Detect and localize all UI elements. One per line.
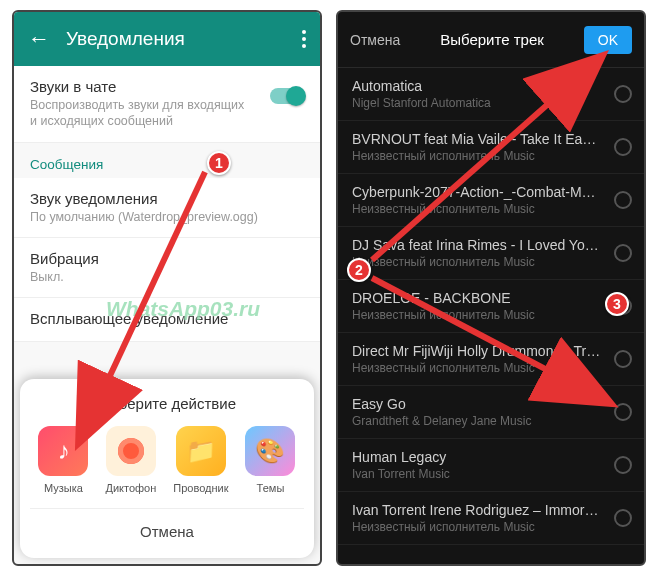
- ok-button[interactable]: OK: [584, 26, 632, 54]
- setting-chat-sounds[interactable]: Звуки в чате Воспроизводить звуки для вх…: [14, 66, 320, 143]
- track-title: Ivan Torrent Irene Rodriguez – Immortal…: [352, 502, 630, 518]
- radio-icon[interactable]: [614, 403, 632, 421]
- track-artist: Неизвестный исполнитель Music: [352, 361, 630, 375]
- back-icon[interactable]: ←: [28, 26, 48, 52]
- sheet-cancel-button[interactable]: Отмена: [30, 508, 304, 548]
- app-music[interactable]: ♪ Музыка: [38, 426, 88, 494]
- radio-icon[interactable]: [614, 138, 632, 156]
- track-artist: Неизвестный исполнитель Music: [352, 149, 630, 163]
- track-artist: Неизвестный исполнитель Music: [352, 202, 630, 216]
- setting-notification-sound[interactable]: Звук уведомления По умолчанию (Waterdrop…: [14, 178, 320, 238]
- track-artist: Grandtheft & Delaney Jane Music: [352, 414, 630, 428]
- app-label: Темы: [257, 482, 285, 494]
- track-row[interactable]: BVRNOUT feat Mia Vaile - Take It Eas…Неи…: [338, 121, 644, 174]
- track-artist: Неизвестный исполнитель Music: [352, 308, 630, 322]
- app-files[interactable]: 📁 Проводник: [173, 426, 228, 494]
- track-artist: Nigel Stanford Automatica: [352, 96, 630, 110]
- phone-settings: ← Уведомления Звуки в чате Воспроизводит…: [12, 10, 322, 566]
- setting-title: Звуки в чате: [30, 78, 304, 95]
- track-artist: Неизвестный исполнитель Music: [352, 255, 630, 269]
- annotation-badge-1: 1: [207, 151, 231, 175]
- track-row[interactable]: Human LegacyIvan Torrent Music: [338, 439, 644, 492]
- setting-title: Вибрация: [30, 250, 304, 267]
- action-sheet: Выберите действие ♪ Музыка Диктофон 📁 Пр…: [20, 379, 314, 558]
- track-artist: Неизвестный исполнитель Music: [352, 520, 630, 534]
- track-title: Direct Mr FijiWiji Holly Drummond - Trus…: [352, 343, 630, 359]
- app-row: ♪ Музыка Диктофон 📁 Проводник 🎨 Темы: [30, 426, 304, 494]
- track-row[interactable]: Cyberpunk-2077-Action-_-Combat-Musi…Неиз…: [338, 174, 644, 227]
- track-title: Human Legacy: [352, 449, 630, 465]
- radio-icon[interactable]: [614, 244, 632, 262]
- page-title: Уведомления: [66, 28, 284, 50]
- app-themes[interactable]: 🎨 Темы: [245, 426, 295, 494]
- annotation-badge-3: 3: [605, 292, 629, 316]
- annotation-badge-2: 2: [347, 258, 371, 282]
- app-label: Музыка: [44, 482, 83, 494]
- track-list: AutomaticaNigel Stanford AutomaticaBVRNO…: [338, 68, 644, 545]
- themes-icon: 🎨: [245, 426, 295, 476]
- app-label: Проводник: [173, 482, 228, 494]
- setting-vibration[interactable]: Вибрация Выкл.: [14, 238, 320, 298]
- cancel-button[interactable]: Отмена: [350, 32, 400, 48]
- setting-value: Выкл.: [30, 269, 304, 285]
- track-title: DROELOE - BACKBONE: [352, 290, 630, 306]
- app-label: Диктофон: [105, 482, 156, 494]
- setting-value: По умолчанию (Waterdrop_preview.ogg): [30, 209, 304, 225]
- music-icon: ♪: [38, 426, 88, 476]
- radio-icon[interactable]: [614, 85, 632, 103]
- track-title: DJ Sava feat Irina Rimes - I Loved You f…: [352, 237, 630, 253]
- setting-popup[interactable]: Всплывающее уведомление: [14, 298, 320, 342]
- track-title: Cyberpunk-2077-Action-_-Combat-Musi…: [352, 184, 630, 200]
- picker-title: Выберите трек: [440, 31, 544, 48]
- setting-title: Звук уведомления: [30, 190, 304, 207]
- radio-icon[interactable]: [614, 456, 632, 474]
- radio-icon[interactable]: [614, 350, 632, 368]
- track-row[interactable]: AutomaticaNigel Stanford Automatica: [338, 68, 644, 121]
- track-row[interactable]: Direct Mr FijiWiji Holly Drummond - Trus…: [338, 333, 644, 386]
- track-title: Easy Go: [352, 396, 630, 412]
- app-bar: ← Уведомления: [14, 12, 320, 66]
- recorder-icon: [106, 426, 156, 476]
- folder-icon: 📁: [176, 426, 226, 476]
- track-row[interactable]: Ivan Torrent Irene Rodriguez – Immortal……: [338, 492, 644, 545]
- track-title: BVRNOUT feat Mia Vaile - Take It Eas…: [352, 131, 630, 147]
- setting-subtitle: Воспроизводить звуки для входящих и исхо…: [30, 97, 304, 130]
- track-row[interactable]: DROELOE - BACKBONEНеизвестный исполнител…: [338, 280, 644, 333]
- phone-track-picker: Отмена Выберите трек OK AutomaticaNigel …: [336, 10, 646, 566]
- track-artist: Ivan Torrent Music: [352, 467, 630, 481]
- track-title: Automatica: [352, 78, 630, 94]
- picker-header: Отмена Выберите трек OK: [338, 12, 644, 68]
- radio-icon[interactable]: [614, 509, 632, 527]
- track-row[interactable]: DJ Sava feat Irina Rimes - I Loved You f…: [338, 227, 644, 280]
- more-icon[interactable]: [302, 30, 306, 48]
- track-row[interactable]: Easy GoGrandtheft & Delaney Jane Music: [338, 386, 644, 439]
- app-recorder[interactable]: Диктофон: [105, 426, 156, 494]
- toggle-switch[interactable]: [270, 88, 304, 104]
- sheet-title: Выберите действие: [30, 395, 304, 412]
- radio-icon[interactable]: [614, 191, 632, 209]
- setting-title: Всплывающее уведомление: [30, 310, 304, 327]
- section-header-messages: Сообщения: [14, 143, 320, 178]
